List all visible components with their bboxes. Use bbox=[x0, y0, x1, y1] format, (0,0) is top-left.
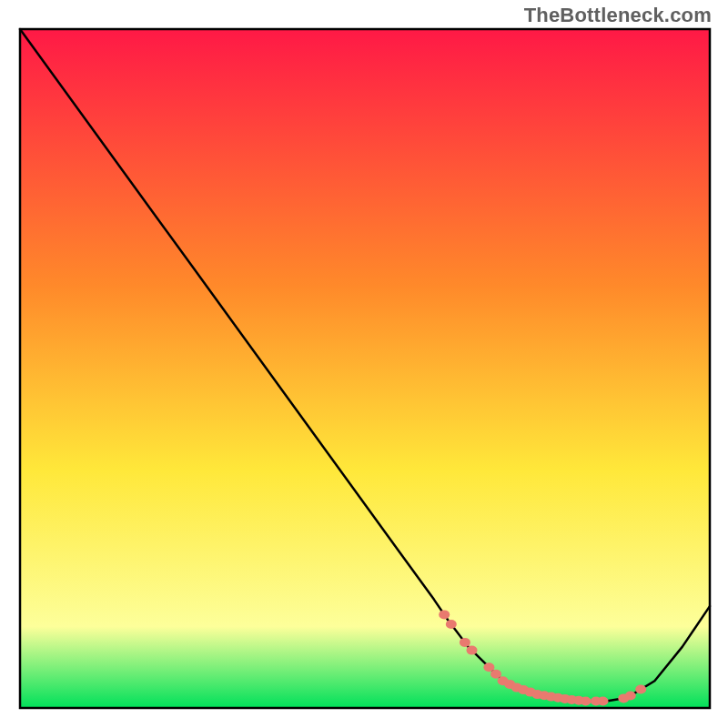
curve-dot bbox=[446, 620, 457, 629]
curve-dot bbox=[581, 697, 592, 706]
gradient-background bbox=[20, 29, 710, 708]
chart-stage: TheBottleneck.com bbox=[0, 0, 728, 728]
curve-dot bbox=[625, 692, 636, 701]
curve-dot bbox=[467, 646, 478, 655]
curve-dot bbox=[439, 610, 450, 619]
curve-dot bbox=[460, 638, 470, 647]
curve-dot bbox=[598, 697, 609, 706]
bottleneck-chart bbox=[0, 0, 728, 728]
curve-dot bbox=[635, 685, 646, 694]
